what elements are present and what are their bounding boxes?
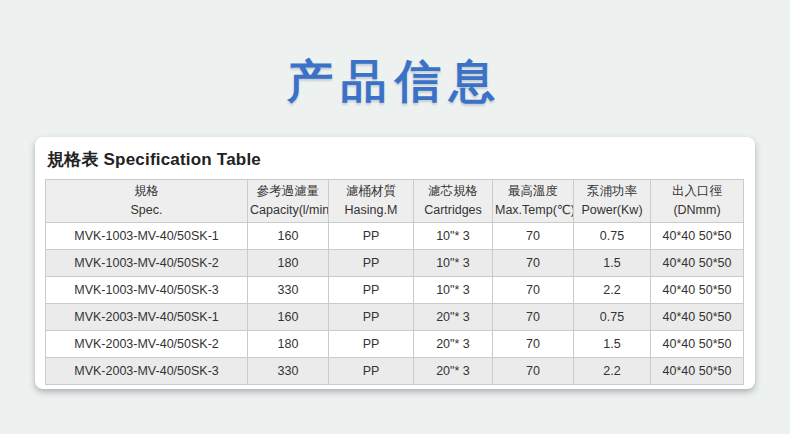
cell-power: 1.5 bbox=[574, 330, 651, 357]
table-row: MVK-2003-MV-40/50SK-1 160 PP 20"* 3 70 0… bbox=[46, 303, 744, 330]
column-header-spec: 規格 Spec. bbox=[46, 179, 248, 222]
cell-housing-material: PP bbox=[329, 276, 414, 303]
column-header-power-en: Power(Kw) bbox=[576, 201, 648, 219]
cell-spec: MVK-1003-MV-40/50SK-1 bbox=[46, 222, 248, 249]
cell-spec: MVK-2003-MV-40/50SK-2 bbox=[46, 330, 248, 357]
cell-power: 1.5 bbox=[574, 249, 651, 276]
column-header-port-size-zh: 出入口徑 bbox=[653, 182, 741, 200]
column-header-port-size-en: (DNmm) bbox=[653, 201, 741, 219]
column-header-capacity-zh: 參考過濾量 bbox=[250, 182, 326, 200]
cell-housing-material: PP bbox=[329, 249, 414, 276]
cell-spec: MVK-2003-MV-40/50SK-3 bbox=[46, 357, 248, 384]
specification-table: 規格 Spec. 參考過濾量 Capacity(l/min) 濾桶材質 Hasi… bbox=[45, 179, 744, 385]
page-title: 产品信息 bbox=[0, 0, 790, 107]
cell-housing-material: PP bbox=[329, 303, 414, 330]
cell-capacity: 330 bbox=[248, 357, 329, 384]
cell-port-size: 40*40 50*50 bbox=[651, 276, 744, 303]
cell-cartridges: 10"* 3 bbox=[414, 222, 493, 249]
cell-power: 2.2 bbox=[574, 357, 651, 384]
cell-port-size: 40*40 50*50 bbox=[651, 357, 744, 384]
column-header-cartridges-en: Cartridges bbox=[416, 201, 490, 219]
table-header-row: 規格 Spec. 參考過濾量 Capacity(l/min) 濾桶材質 Hasi… bbox=[46, 179, 744, 222]
cell-housing-material: PP bbox=[329, 222, 414, 249]
table-row: MVK-2003-MV-40/50SK-2 180 PP 20"* 3 70 1… bbox=[46, 330, 744, 357]
column-header-housing-material-zh: 濾桶材質 bbox=[331, 182, 411, 200]
cell-capacity: 160 bbox=[248, 303, 329, 330]
cell-cartridges: 10"* 3 bbox=[414, 276, 493, 303]
column-header-capacity-en: Capacity(l/min) bbox=[250, 201, 326, 219]
cell-housing-material: PP bbox=[329, 330, 414, 357]
cell-port-size: 40*40 50*50 bbox=[651, 303, 744, 330]
spec-card-heading: 規格表 Specification Table bbox=[47, 148, 745, 171]
cell-max-temp: 70 bbox=[493, 330, 574, 357]
cell-cartridges: 20"* 3 bbox=[414, 357, 493, 384]
table-row: MVK-1003-MV-40/50SK-1 160 PP 10"* 3 70 0… bbox=[46, 222, 744, 249]
table-row: MVK-1003-MV-40/50SK-3 330 PP 10"* 3 70 2… bbox=[46, 276, 744, 303]
cell-max-temp: 70 bbox=[493, 249, 574, 276]
column-header-capacity: 參考過濾量 Capacity(l/min) bbox=[248, 179, 329, 222]
cell-cartridges: 20"* 3 bbox=[414, 303, 493, 330]
column-header-cartridges: 濾芯規格 Cartridges bbox=[414, 179, 493, 222]
cell-max-temp: 70 bbox=[493, 303, 574, 330]
cell-cartridges: 20"* 3 bbox=[414, 330, 493, 357]
column-header-port-size: 出入口徑 (DNmm) bbox=[651, 179, 744, 222]
column-header-power: 泵浦功率 Power(Kw) bbox=[574, 179, 651, 222]
cell-max-temp: 70 bbox=[493, 276, 574, 303]
column-header-housing-material-en: Hasing.M bbox=[331, 201, 411, 219]
cell-spec: MVK-2003-MV-40/50SK-1 bbox=[46, 303, 248, 330]
column-header-max-temp: 最高溫度 Max.Temp(℃) bbox=[493, 179, 574, 222]
column-header-cartridges-zh: 濾芯規格 bbox=[416, 182, 490, 200]
cell-capacity: 330 bbox=[248, 276, 329, 303]
column-header-spec-zh: 規格 bbox=[48, 182, 245, 200]
cell-power: 2.2 bbox=[574, 276, 651, 303]
table-row: MVK-1003-MV-40/50SK-2 180 PP 10"* 3 70 1… bbox=[46, 249, 744, 276]
cell-max-temp: 70 bbox=[493, 222, 574, 249]
column-header-max-temp-zh: 最高溫度 bbox=[495, 182, 571, 200]
cell-capacity: 180 bbox=[248, 249, 329, 276]
cell-capacity: 160 bbox=[248, 222, 329, 249]
cell-cartridges: 10"* 3 bbox=[414, 249, 493, 276]
cell-power: 0.75 bbox=[574, 303, 651, 330]
cell-housing-material: PP bbox=[329, 357, 414, 384]
cell-spec: MVK-1003-MV-40/50SK-2 bbox=[46, 249, 248, 276]
cell-spec: MVK-1003-MV-40/50SK-3 bbox=[46, 276, 248, 303]
cell-port-size: 40*40 50*50 bbox=[651, 222, 744, 249]
column-header-power-zh: 泵浦功率 bbox=[576, 182, 648, 200]
spec-card: 規格表 Specification Table 規格 Spec. 參考過濾量 C… bbox=[35, 137, 755, 389]
cell-power: 0.75 bbox=[574, 222, 651, 249]
cell-port-size: 40*40 50*50 bbox=[651, 249, 744, 276]
column-header-spec-en: Spec. bbox=[48, 201, 245, 219]
table-row: MVK-2003-MV-40/50SK-3 330 PP 20"* 3 70 2… bbox=[46, 357, 744, 384]
cell-capacity: 180 bbox=[248, 330, 329, 357]
column-header-housing-material: 濾桶材質 Hasing.M bbox=[329, 179, 414, 222]
cell-max-temp: 70 bbox=[493, 357, 574, 384]
column-header-max-temp-en: Max.Temp(℃) bbox=[495, 201, 571, 219]
cell-port-size: 40*40 50*50 bbox=[651, 330, 744, 357]
